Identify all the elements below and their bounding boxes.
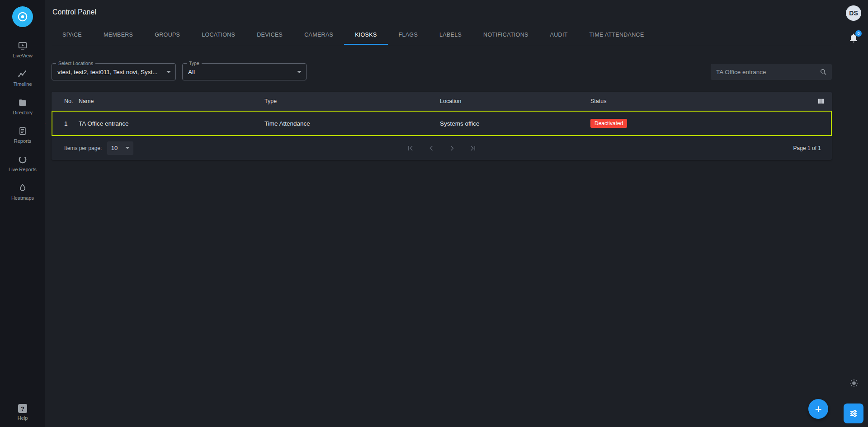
sidebar-item-reports[interactable]: Reports [1, 126, 44, 144]
items-per-page-select[interactable]: 10 [107, 141, 133, 155]
cell-no: 1 [64, 120, 79, 127]
tune-icon [849, 408, 859, 418]
sidebar-item-directory[interactable]: Directory [1, 98, 44, 115]
avatar[interactable]: DS [846, 5, 861, 21]
next-page-button[interactable] [448, 144, 457, 153]
tab-devices[interactable]: DEVICES [246, 24, 293, 45]
last-page-button[interactable] [468, 144, 477, 153]
tab-members[interactable]: MEMBERS [93, 24, 144, 45]
main-area: DS 0 Control Panel SPACE MEMBERS GROUPS … [45, 0, 868, 427]
sidebar-item-timeline[interactable]: Timeline [1, 69, 44, 87]
quick-settings-button[interactable] [844, 404, 863, 423]
sidebar-item-label: Heatmaps [11, 195, 34, 201]
kiosks-table: No. Name Type Location Status 1 TA Offic… [52, 92, 832, 160]
tab-time-attendance[interactable]: TIME ATTENDANCE [579, 24, 655, 45]
tab-bar: SPACE MEMBERS GROUPS LOCATIONS DEVICES C… [52, 24, 832, 45]
sidebar-item-help[interactable]: ? Help [1, 404, 44, 421]
tab-cameras[interactable]: CAMERAS [293, 24, 344, 45]
sidebar-item-label: Help [18, 415, 28, 421]
column-picker-icon[interactable] [817, 97, 825, 105]
sidebar-item-label: Reports [14, 138, 32, 144]
content: Control Panel SPACE MEMBERS GROUPS LOCAT… [45, 0, 868, 160]
items-per-page-label: Items per page: [64, 145, 102, 151]
sidebar-nav: LiveView Timeline Directory [1, 41, 44, 201]
app-logo-icon [17, 11, 28, 23]
liveview-icon [18, 41, 28, 51]
help-icon: ? [18, 404, 27, 413]
live-reports-icon [18, 155, 28, 164]
cell-name: TA Office entrance [79, 120, 264, 127]
cell-type: Time Attendance [264, 120, 440, 127]
chevron-down-icon [166, 71, 171, 73]
reports-icon [18, 126, 28, 136]
paginator: Items per page: 10 [52, 136, 832, 160]
tab-locations[interactable]: LOCATIONS [191, 24, 246, 45]
heatmaps-icon [18, 183, 28, 193]
table-row[interactable]: 1 TA Office entrance Time Attendance Sys… [52, 111, 832, 136]
column-header-type: Type [264, 98, 440, 104]
prev-page-button[interactable] [427, 144, 436, 153]
sidebar-item-label: Directory [13, 110, 33, 115]
timeline-icon [18, 69, 28, 79]
table-header-row: No. Name Type Location Status [52, 92, 832, 111]
tab-labels[interactable]: LABELS [429, 24, 472, 45]
page-info: Page 1 of 1 [793, 145, 821, 151]
tab-groups[interactable]: GROUPS [144, 24, 191, 45]
notification-badge: 0 [855, 30, 862, 37]
sidebar-item-label: LiveView [13, 53, 33, 58]
chevron-down-icon [297, 71, 302, 73]
tab-audit[interactable]: AUDIT [539, 24, 579, 45]
directory-icon [18, 98, 28, 108]
column-header-location: Location [440, 98, 590, 104]
first-page-button[interactable] [406, 144, 415, 153]
sidebar-item-label: Live Reports [9, 167, 37, 172]
brightness-icon[interactable] [849, 378, 859, 388]
page-title: Control Panel [52, 8, 96, 16]
search-icon[interactable] [819, 68, 827, 76]
sidebar-item-liveview[interactable]: LiveView [1, 41, 44, 58]
items-per-page-value: 10 [111, 145, 118, 151]
page-buttons [406, 144, 477, 153]
plus-icon: + [815, 402, 821, 416]
add-kiosk-button[interactable]: + [808, 399, 828, 419]
type-select[interactable]: Type All [182, 63, 307, 80]
type-select-value: All [188, 69, 293, 75]
topbar: Control Panel [52, 0, 832, 24]
sidebar: LiveView Timeline Directory [0, 0, 45, 427]
column-header-no: No. [64, 98, 79, 104]
notifications-button[interactable]: 0 [848, 33, 859, 43]
filter-bar: Select Locations vtest, test2, test011, … [52, 63, 832, 80]
tab-kiosks[interactable]: KIOSKS [344, 24, 387, 45]
chevron-down-icon [125, 147, 130, 149]
top-right-controls: DS 0 [844, 5, 863, 43]
locations-select-label: Select Locations [56, 61, 95, 66]
locations-select-value: vtest, test2, test011, Test novi, Syst..… [57, 69, 163, 75]
locations-select[interactable]: Select Locations vtest, test2, test011, … [52, 63, 176, 80]
tab-space[interactable]: SPACE [52, 24, 93, 45]
sidebar-item-live-reports[interactable]: Live Reports [1, 155, 44, 172]
search-input[interactable] [716, 69, 819, 75]
tab-notifications[interactable]: NOTIFICATIONS [472, 24, 539, 45]
app-logo[interactable] [12, 6, 33, 27]
search-box [711, 64, 832, 80]
column-header-status: Status [590, 98, 810, 104]
cell-location: Systems office [440, 120, 590, 127]
tab-flags[interactable]: FLAGS [388, 24, 429, 45]
type-select-label: Type [187, 61, 202, 66]
column-header-name: Name [79, 98, 264, 104]
status-badge: Deactivated [590, 119, 627, 128]
sidebar-item-heatmaps[interactable]: Heatmaps [1, 183, 44, 201]
sidebar-item-label: Timeline [13, 81, 32, 87]
